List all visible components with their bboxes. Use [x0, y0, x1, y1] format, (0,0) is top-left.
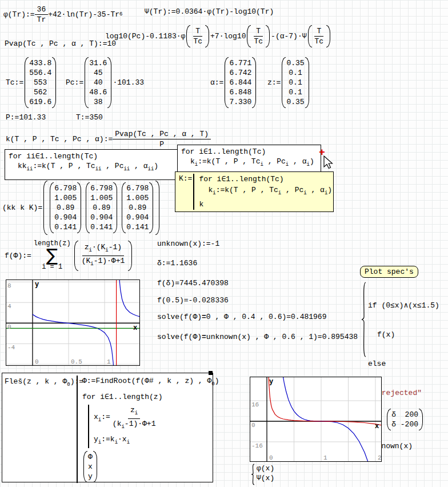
formula-f-sum[interactable]: f(Φ):= length(z) ∑ i = 1 zi·(Ki-1) (Ki-1… [5, 240, 133, 271]
cell: 0.1 [289, 78, 302, 87]
cell: 45 [94, 68, 103, 78]
vector-z[interactable]: z:= 0.35 0.1 0.1 0.1 0.35 [267, 57, 310, 108]
numerator: zi [128, 405, 140, 419]
expr-text: T:=350 [76, 113, 103, 122]
svg-text:y: y [35, 281, 39, 289]
cell: 0.89 [57, 203, 74, 213]
numerator: T [314, 26, 323, 37]
svg-text:0: 0 [251, 422, 255, 429]
cell: Φ [88, 452, 93, 462]
formula-p-def[interactable]: P:=101.33 [6, 113, 46, 122]
expr-text: f(δ)=7445.470398 [157, 278, 229, 288]
vector-label: α:= [210, 78, 223, 87]
if-line: if (0≤x)∧(x≤1.5) [368, 301, 439, 310]
vector-tc[interactable]: Tc:= 433.8 556.4 553 562 619.6 [6, 57, 57, 108]
matrix: 433.8 556.4 553 562 619.6 [25, 57, 56, 108]
cell: 1.005 [54, 193, 77, 203]
result-solve2[interactable]: solve(f(Φ)=unknown(x) , Φ , 0.6 , 1)=0.8… [157, 332, 358, 342]
assign-label: K:= [179, 174, 192, 183]
cell: y [88, 472, 93, 481]
fraction: T Tc [313, 26, 326, 46]
brace-icon [250, 463, 255, 486]
cell: 6.742 [229, 68, 251, 78]
vector-pc[interactable]: Pc:= 31.6 45 40 48.6 38 ·101.33 [66, 57, 144, 108]
fraction: zi·(Ki-1) (Ki-1)·Φ+1 [79, 242, 127, 269]
svg-text:0: 0 [35, 358, 39, 365]
cell: 6.844 [229, 78, 251, 87]
plot-specs-region[interactable]: if (0≤x)∧(x≤1.5) f(x) else "rejected" δ … [360, 281, 448, 358]
output-vector: Φ x y [83, 451, 97, 482]
svg-text:-4: -4 [7, 344, 15, 351]
expr-text: Ψ(Tr):=0.0364·φ(Tr)-log10(Tr) [145, 7, 274, 17]
matrix: 6.771 6.742 6.844 6.848 7.330 [225, 57, 256, 108]
formula-phi-def[interactable]: φ(Tr):= 36 Tr +42·ln(Tr)-35-Tr 6 [3, 5, 122, 25]
plot-f-phi[interactable]: 00.51840-4-8yx [6, 280, 140, 366]
return-line: k [199, 199, 203, 209]
cell: 556.4 [29, 68, 51, 78]
formula-psi-def[interactable]: Ψ(Tr):=0.0364·φ(Tr)-log10(Tr) [145, 7, 274, 17]
for-line: for i∈1..length(Tc) [199, 174, 283, 184]
formula-t-def[interactable]: T:=350 [76, 113, 103, 122]
formula-pvap-def[interactable]: Pvap(Tc , Pc , α , T):=10 [5, 39, 116, 49]
selection-handle[interactable] [209, 371, 213, 375]
svg-text:x: x [133, 324, 137, 332]
cell: 6.848 [229, 87, 251, 97]
denominator: (ki-1)·Φ+1 [110, 419, 158, 432]
fraction: zi (ki-1)·Φ+1 [110, 405, 158, 432]
numerator: Pvap(Tc , Pc , α , T) [113, 129, 211, 139]
denominator: Tc [251, 37, 265, 46]
formula-pvap-exponent[interactable]: log10(Pc)-0.1183·φ T Tc +7·log10 T Tc -(… [105, 25, 331, 47]
cell: 31.6 [89, 58, 107, 68]
paren-group: T Tc [308, 25, 331, 47]
plot-phi-psi[interactable]: 012160-16yx [250, 377, 382, 462]
plot2-legend-region[interactable]: φ(x) Ψ(x) [250, 463, 301, 486]
result-solve1[interactable]: solve(f(Φ)=0 , Φ , 0.4 , 0.6)=0.481969 [157, 312, 326, 322]
expr-text: P:=101.33 [6, 113, 46, 122]
flesh-function-region[interactable]: Fleš(z , k , Φ0):= Φ:=FindRoot(f(Φ# , k … [2, 373, 213, 482]
sum-lower: i = 1 [42, 264, 62, 271]
cell: x [88, 462, 93, 472]
cell: δ 200 [391, 410, 418, 420]
fraction: T Tc [191, 26, 205, 46]
for-line: for i∈1..length(z) [82, 392, 162, 402]
cell: 6.798 [90, 183, 113, 193]
expr-text: xi:= [94, 412, 110, 425]
cell: 6.798 [54, 183, 77, 193]
result-f-half[interactable]: f(0.5)=-0.028336 [157, 296, 229, 305]
vector-alpha[interactable]: α:= 6.771 6.742 6.844 6.848 7.330 [210, 57, 257, 108]
for-loop-k-region[interactable]: for i∈1..length(Tc) ki:=k(T , P , Tci , … [177, 145, 321, 175]
cell: 0.904 [90, 213, 113, 222]
formula-unknown-def[interactable]: unknown(x):=-1 [157, 239, 219, 249]
expr-text: k(T , P , Tc , Pc , α):= [6, 134, 113, 144]
k-program-region[interactable]: K:= for i∈1..length(Tc) ki:=k(T , P , Tc… [175, 171, 334, 212]
denominator: (Ki-1)·Φ+1 [79, 256, 127, 269]
cell: 0.89 [93, 203, 110, 213]
expr-text: -(α-7)·Ψ [271, 31, 306, 41]
cell: 6.798 [126, 183, 149, 193]
svg-text:16: 16 [251, 401, 259, 408]
for-loop-kk-region[interactable]: for ii∈1..length(Tc) kkii:=k(T , P , Tci… [5, 149, 178, 180]
x-assign: xi:= zi (ki-1)·Φ+1 [94, 405, 158, 432]
expr-text: (kk k K)= [2, 203, 42, 213]
fraction: T Tc [251, 26, 265, 46]
cell: 38 [94, 97, 103, 107]
loop-body: ki:=k(T , P , Tci , Pci , αi) [181, 157, 317, 170]
svg-text:0: 0 [269, 454, 273, 461]
svg-text:0.5: 0.5 [71, 358, 82, 365]
cell: 0.35 [286, 97, 304, 107]
plot-specs-title[interactable]: Plot spec's [360, 266, 418, 278]
result-f-delta[interactable]: f(δ)=7445.470398 [157, 278, 229, 288]
expr-text: Pvap(Tc , Pc , α , T):=10 [5, 39, 116, 49]
brace-icon [360, 281, 367, 358]
matrix: 0.35 0.1 0.1 0.1 0.35 [282, 57, 309, 108]
result-kk-k-K[interactable]: (kk k K)= 6.798 1.005 0.89 0.904 0.141 6… [2, 181, 161, 235]
numerator: T [254, 26, 263, 37]
exponent: 6 [119, 10, 122, 19]
findroot-line: Φ:=FindRoot(f(Φ# , k , z) , Φ0) [82, 376, 219, 389]
program-block: for i∈1..length(Tc) ki:=k(T , P , Tci , … [193, 174, 332, 210]
formula-delta-def[interactable]: δ:=1.1636 [157, 258, 197, 268]
cell: 0.89 [129, 203, 146, 213]
cell: 0.904 [54, 213, 77, 222]
vector-label: Tc:= [6, 78, 23, 87]
paren-group: T Tc [247, 25, 270, 47]
